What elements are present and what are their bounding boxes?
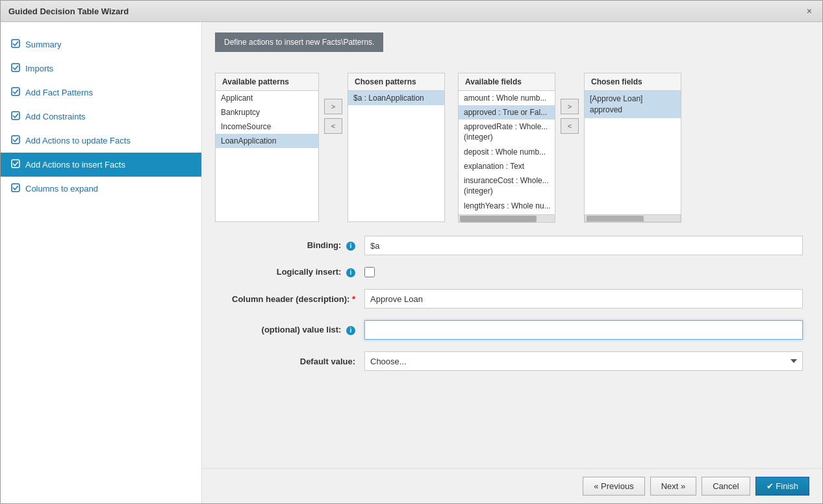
available-fields-panel: Available fields amount : Whole numb... …	[458, 73, 555, 223]
sidebar-item-label: Imports	[25, 64, 53, 73]
list-item[interactable]: insuranceCost : Whole...(integer)	[459, 173, 555, 199]
patterns-arrow-col: > <	[319, 99, 348, 134]
check-icon	[11, 63, 20, 74]
dialog-titlebar: Guided Decision Table Wizard ×	[1, 1, 822, 22]
default-value-select[interactable]: Choose...	[364, 351, 803, 371]
content-area: Define actions to insert new Facts\Patte…	[202, 22, 822, 468]
check-svg	[11, 63, 20, 72]
cancel-button[interactable]: Cancel	[702, 477, 750, 496]
list-item[interactable]: LoanApplication	[216, 134, 318, 148]
column-header-label: Column header (description): *	[222, 294, 364, 304]
sidebar-item-label: Columns to expand	[25, 184, 98, 194]
list-item[interactable]: amount : Whole numb...	[459, 91, 555, 105]
available-patterns-list[interactable]: Applicant Bankruptcy IncomeSource LoanAp…	[216, 91, 318, 214]
column-header-row: Column header (description): *	[215, 289, 809, 309]
check-svg	[11, 87, 20, 96]
svg-rect-0	[12, 40, 19, 47]
available-fields-header: Available fields	[459, 73, 555, 91]
list-item[interactable]: deposit : Whole numb...	[459, 145, 555, 159]
optional-value-list-info-icon[interactable]: i	[346, 326, 355, 335]
optional-value-list-row: (optional) value list: i	[215, 320, 809, 340]
next-button[interactable]: Next »	[650, 477, 697, 496]
chosen-patterns-panel: Chosen patterns $a : LoanApplication	[348, 73, 445, 222]
list-item[interactable]: explanation : Text	[459, 159, 555, 173]
panels-row: Available patterns Applicant Bankruptcy …	[215, 73, 809, 223]
chosen-fields-list[interactable]: [Approve Loan]approved	[585, 91, 681, 214]
binding-label: Binding: i	[222, 240, 364, 251]
svg-rect-1	[12, 64, 19, 71]
logically-insert-label: Logically insert: i	[222, 267, 364, 277]
required-asterisk: *	[352, 294, 355, 304]
move-right-pattern-button[interactable]: >	[324, 99, 342, 114]
logically-insert-checkbox[interactable]	[364, 267, 375, 277]
check-svg	[11, 159, 20, 168]
move-left-pattern-button[interactable]: <	[324, 118, 342, 134]
chosen-patterns-list[interactable]: $a : LoanApplication	[348, 91, 444, 214]
check-icon	[11, 111, 20, 122]
previous-label: « Previous	[594, 481, 633, 491]
svg-rect-3	[12, 112, 19, 120]
move-left-field-button[interactable]: <	[561, 118, 579, 134]
check-icon	[11, 135, 20, 146]
logically-insert-info-icon[interactable]: i	[346, 268, 355, 277]
column-header-input[interactable]	[364, 289, 803, 309]
sidebar-item-imports[interactable]: Imports	[1, 57, 201, 81]
available-patterns-header: Available patterns	[216, 73, 318, 91]
svg-rect-2	[12, 88, 19, 95]
fields-arrow-col: > <	[555, 99, 584, 134]
previous-button[interactable]: « Previous	[583, 477, 644, 496]
check-svg	[11, 39, 20, 48]
dialog-footer: « Previous Next » Cancel ✔ Finish	[202, 468, 822, 503]
available-patterns-panel: Available patterns Applicant Bankruptcy …	[215, 73, 319, 222]
available-fields-list[interactable]: amount : Whole numb... approved : True o…	[459, 91, 555, 214]
sidebar-item-add-actions-insert-facts[interactable]: Add Actions to insert Facts	[1, 153, 201, 177]
next-label: Next »	[661, 481, 686, 491]
svg-rect-5	[12, 160, 19, 168]
dialog-title: Guided Decision Table Wizard	[8, 6, 129, 16]
svg-rect-4	[12, 136, 19, 144]
guided-decision-table-wizard-dialog: Guided Decision Table Wizard × Summary I…	[0, 0, 823, 504]
check-icon	[11, 39, 20, 50]
sidebar-item-columns-to-expand[interactable]: Columns to expand	[1, 177, 201, 201]
list-item[interactable]: IncomeSource	[216, 120, 318, 134]
main-content: Define actions to insert new Facts\Patte…	[202, 22, 822, 503]
list-item[interactable]: Bankruptcy	[216, 105, 318, 120]
sidebar-item-label: Add Constraints	[25, 112, 86, 121]
sidebar-item-label: Add Actions to insert Facts	[25, 160, 125, 170]
list-item[interactable]: Applicant	[216, 91, 318, 105]
sidebar-item-label: Summary	[25, 40, 62, 49]
sidebar-item-add-constraints[interactable]: Add Constraints	[1, 105, 201, 129]
default-value-row: Default value: Choose...	[215, 351, 809, 371]
sidebar-item-add-fact-patterns[interactable]: Add Fact Patterns	[1, 81, 201, 105]
available-fields-scrollbar[interactable]	[459, 214, 555, 222]
sidebar-item-add-actions-update-facts[interactable]: Add Actions to update Facts	[1, 129, 201, 153]
check-icon	[11, 183, 20, 194]
close-button[interactable]: ×	[804, 6, 815, 16]
optional-value-list-input[interactable]	[364, 320, 803, 340]
check-svg	[11, 183, 20, 192]
chosen-fields-scrollbar[interactable]	[585, 214, 681, 222]
move-right-field-button[interactable]: >	[561, 99, 579, 114]
optional-value-list-label: (optional) value list: i	[222, 325, 364, 335]
finish-button[interactable]: ✔ Finish	[755, 477, 809, 496]
list-item[interactable]: lengthYears : Whole nu...	[459, 199, 555, 213]
binding-input[interactable]	[364, 236, 803, 255]
check-icon	[11, 87, 20, 98]
sidebar-item-label: Add Actions to update Facts	[25, 136, 131, 145]
chosen-fields-header: Chosen fields	[585, 73, 681, 91]
sidebar-item-summary[interactable]: Summary	[1, 32, 201, 57]
list-item[interactable]: approvedRate : Whole...(integer)	[459, 120, 555, 145]
sidebar-item-label: Add Fact Patterns	[25, 88, 93, 97]
check-svg	[11, 111, 20, 120]
list-item[interactable]: [Approve Loan]approved	[585, 91, 681, 118]
binding-info-icon[interactable]: i	[346, 242, 355, 251]
chosen-patterns-header: Chosen patterns	[348, 73, 444, 91]
info-banner: Define actions to insert new Facts\Patte…	[215, 32, 383, 52]
check-svg	[11, 135, 20, 144]
list-item[interactable]: approved : True or Fal...	[459, 105, 555, 120]
dialog-body: Summary Imports Add Fact Patterns Add Co…	[1, 22, 822, 503]
list-item[interactable]: $a : LoanApplication	[348, 91, 444, 105]
chosen-fields-panel: Chosen fields [Approve Loan]approved	[584, 73, 681, 223]
sidebar: Summary Imports Add Fact Patterns Add Co…	[1, 22, 202, 503]
default-value-label: Default value:	[222, 357, 364, 366]
